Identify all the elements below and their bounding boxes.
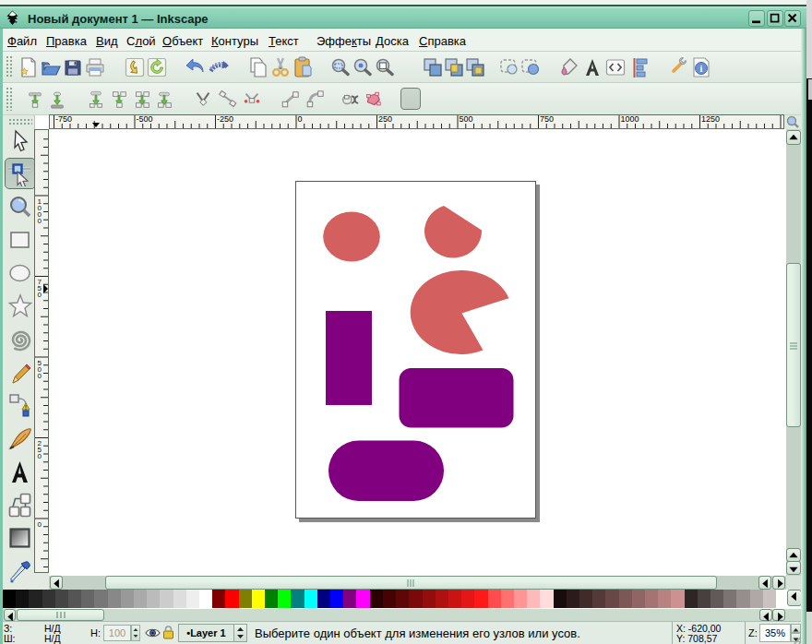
svg-text:0: 0: [38, 217, 42, 225]
svg-text:-750: -750: [55, 115, 72, 124]
svg-text:750: 750: [540, 115, 554, 124]
svg-text:1250: 1250: [701, 115, 720, 124]
svg-text:0: 0: [298, 115, 303, 124]
svg-text:0: 0: [38, 372, 42, 380]
svg-text:1000: 1000: [621, 115, 639, 124]
svg-text:250: 250: [378, 115, 392, 124]
svg-text:500: 500: [460, 115, 473, 124]
svg-text:0: 0: [38, 520, 42, 529]
svg-text:0: 0: [38, 452, 42, 460]
svg-text:0: 0: [38, 291, 42, 299]
svg-text:i: i: [700, 64, 703, 74]
svg-text:-250: -250: [217, 115, 233, 124]
svg-text:-500: -500: [137, 115, 153, 124]
svg-text:!: !: [25, 404, 27, 411]
